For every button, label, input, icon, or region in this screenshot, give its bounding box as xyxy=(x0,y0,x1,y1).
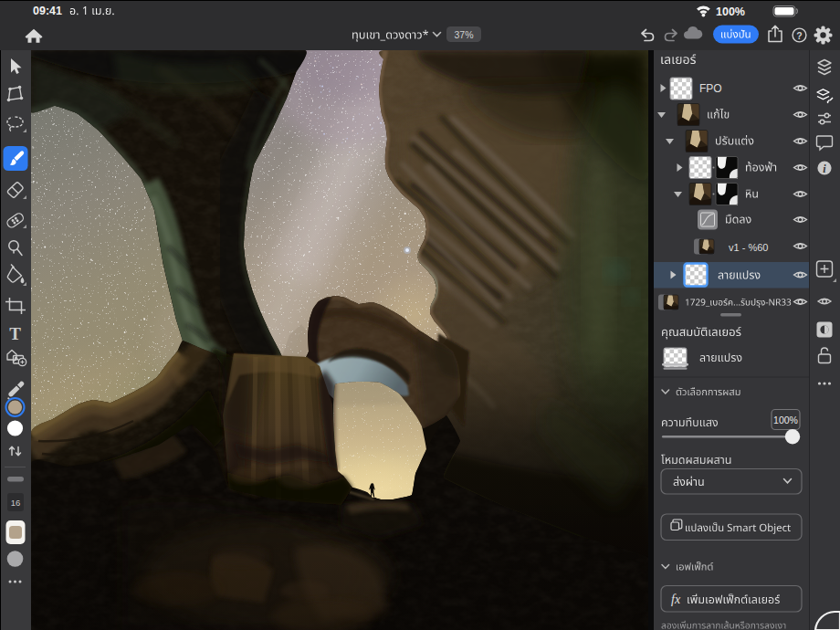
svg-text:T: T xyxy=(9,324,21,343)
svg-text:37%: 37% xyxy=(454,29,473,40)
svg-text:100%: 100% xyxy=(716,5,745,18)
svg-text:09:41: 09:41 xyxy=(33,5,62,17)
svg-text:v1 - %60: v1 - %60 xyxy=(729,242,768,253)
svg-text:?: ? xyxy=(796,30,802,41)
svg-text:fx: fx xyxy=(671,593,681,606)
svg-text:FPO: FPO xyxy=(699,82,722,95)
svg-text:16: 16 xyxy=(11,498,21,508)
svg-text:100%: 100% xyxy=(773,415,798,425)
